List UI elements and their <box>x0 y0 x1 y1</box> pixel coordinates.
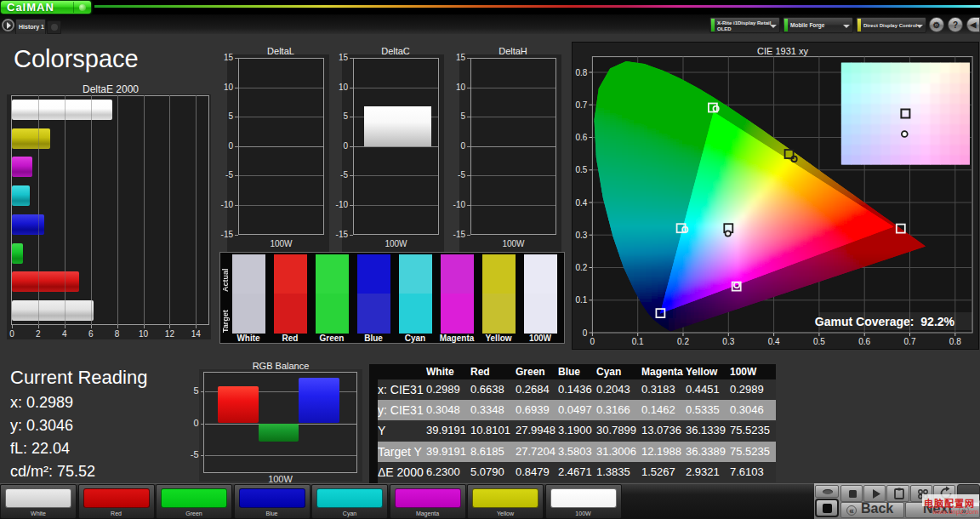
svg-text:0.1: 0.1 <box>575 295 587 305</box>
svg-text:0.3: 0.3 <box>575 231 587 240</box>
svg-text:0.6: 0.6 <box>575 133 587 142</box>
svg-text:0.2: 0.2 <box>575 263 587 272</box>
svg-text:0.6: 0.6 <box>858 337 870 346</box>
svg-text:0.4: 0.4 <box>575 198 587 208</box>
svg-text:0.5: 0.5 <box>813 337 825 346</box>
svg-text:0: 0 <box>590 337 595 346</box>
svg-text:0.4: 0.4 <box>768 337 780 346</box>
svg-text:0.3: 0.3 <box>722 337 734 346</box>
svg-text:0: 0 <box>583 328 588 338</box>
svg-text:0.7: 0.7 <box>904 337 916 346</box>
svg-text:0.2: 0.2 <box>677 337 689 346</box>
svg-text:0.8: 0.8 <box>949 337 961 346</box>
svg-text:0.5: 0.5 <box>575 165 587 174</box>
svg-text:0.7: 0.7 <box>575 100 587 110</box>
svg-text:0.8: 0.8 <box>575 68 587 77</box>
svg-text:Gamut Coverage: 92.2%: Gamut Coverage: 92.2% <box>815 315 955 328</box>
svg-text:0.1: 0.1 <box>632 337 644 346</box>
